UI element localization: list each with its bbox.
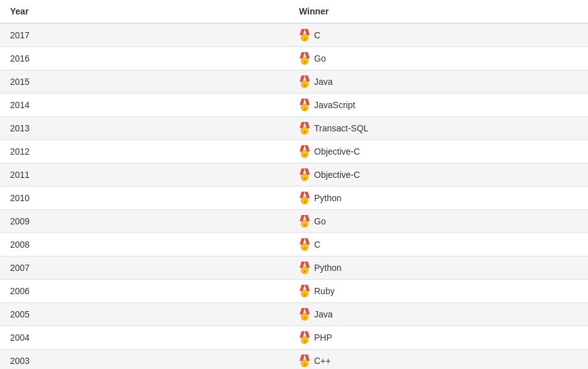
year-cell: 2007 (0, 256, 289, 280)
table-row: 2017 ★ C (0, 23, 588, 47)
winner-name: C (314, 240, 320, 250)
winner-cell: ★ Objective-C (289, 140, 588, 163)
winner-name: C (314, 30, 320, 40)
winner-name: PHP (314, 333, 332, 343)
year-cell: 2014 (0, 94, 289, 117)
year-cell: 2004 (0, 326, 289, 350)
svg-text:★: ★ (303, 106, 307, 111)
svg-text:★: ★ (303, 153, 307, 157)
winner-name: JavaScript (314, 100, 355, 110)
winner-name: Transact-SQL (314, 123, 369, 133)
table-row: 2004 ★ PHP (0, 326, 588, 350)
year-cell: 2016 (0, 47, 289, 70)
winner-name: Python (314, 263, 342, 273)
medal-icon: ★ (299, 168, 310, 181)
winner-name: Objective-C (314, 146, 360, 157)
table-row: 2010 ★ Python (0, 187, 588, 210)
svg-text:★: ★ (303, 36, 307, 41)
winner-cell: ★ Ruby (289, 280, 588, 303)
winner-name: Objective-C (314, 170, 360, 180)
winner-cell: ★ Python (289, 256, 588, 280)
svg-text:★: ★ (303, 223, 307, 227)
svg-text:★: ★ (303, 83, 307, 87)
medal-icon: ★ (299, 238, 310, 251)
winner-name: Go (314, 216, 326, 226)
svg-text:★: ★ (303, 246, 307, 250)
svg-text:★: ★ (303, 362, 307, 366)
table-row: 2012 ★ Objective-C (0, 140, 588, 163)
svg-text:★: ★ (303, 176, 307, 180)
svg-text:★: ★ (303, 339, 307, 343)
table-row: 2015 ★ Java (0, 70, 588, 94)
winner-cell: ★ Java (289, 70, 588, 94)
winner-cell: ★ Go (289, 210, 588, 233)
winner-name: Java (314, 77, 333, 87)
table-row: 2003 ★ C++ (0, 350, 588, 370)
year-cell: 2008 (0, 233, 289, 256)
table-row: 2011 ★ Objective-C (0, 163, 588, 187)
medal-icon: ★ (299, 308, 310, 321)
year-cell: 2003 (0, 350, 289, 370)
year-cell: 2013 (0, 117, 289, 140)
winner-cell: ★ C++ (289, 350, 588, 370)
medal-icon: ★ (299, 285, 310, 297)
medal-icon: ★ (299, 215, 310, 228)
year-cell: 2011 (0, 163, 289, 187)
year-cell: 2009 (0, 210, 289, 233)
medal-icon: ★ (299, 355, 310, 367)
winner-cell: ★ PHP (289, 326, 588, 350)
year-cell: 2005 (0, 303, 289, 326)
year-cell: 2012 (0, 140, 289, 163)
svg-text:★: ★ (303, 269, 307, 273)
medal-icon: ★ (299, 29, 310, 41)
year-cell: 2017 (0, 23, 289, 47)
winner-cell: ★ Transact-SQL (289, 117, 588, 140)
medal-icon: ★ (299, 262, 310, 274)
year-column-header: Year (0, 0, 289, 23)
winner-name: Python (314, 193, 342, 203)
table-row: 2005 ★ Java (0, 303, 588, 326)
winner-cell: ★ C (289, 233, 588, 256)
table-row: 2007 ★ Python (0, 256, 588, 280)
table-row: 2016 ★ Go (0, 47, 588, 70)
medal-icon: ★ (299, 122, 310, 135)
winner-name: C++ (314, 356, 330, 366)
winner-cell: ★ Go (289, 47, 588, 70)
svg-text:★: ★ (303, 60, 307, 64)
winners-table: Year Winner 2017 ★ C2016 ★ Go2015 (0, 0, 588, 369)
winner-name: Go (314, 53, 326, 63)
table-row: 2014 ★ JavaScript (0, 94, 588, 117)
year-cell: 2006 (0, 280, 289, 303)
svg-text:★: ★ (303, 199, 307, 204)
winner-name: Ruby (314, 286, 335, 296)
medal-icon: ★ (299, 192, 310, 204)
year-cell: 2015 (0, 70, 289, 94)
medal-icon: ★ (299, 75, 310, 88)
medal-icon: ★ (299, 145, 310, 158)
table-row: 2006 ★ Ruby (0, 280, 588, 303)
table-header-row: Year Winner (0, 0, 588, 23)
svg-text:★: ★ (303, 292, 307, 297)
table-row: 2009 ★ Go (0, 210, 588, 233)
medal-icon: ★ (299, 52, 310, 65)
medal-icon: ★ (299, 331, 310, 344)
winner-column-header: Winner (289, 0, 588, 23)
winner-cell: ★ Java (289, 303, 588, 326)
svg-text:★: ★ (303, 316, 307, 320)
winner-cell: ★ Python (289, 187, 588, 210)
winner-name: Java (314, 309, 333, 319)
year-cell: 2010 (0, 187, 289, 210)
svg-text:★: ★ (303, 129, 307, 134)
winner-cell: ★ Objective-C (289, 163, 588, 187)
table-row: 2013 ★ Transact-SQL (0, 117, 588, 140)
table-row: 2008 ★ C (0, 233, 588, 256)
medal-icon: ★ (299, 99, 310, 111)
winner-cell: ★ C (289, 23, 588, 47)
winner-cell: ★ JavaScript (289, 94, 588, 117)
